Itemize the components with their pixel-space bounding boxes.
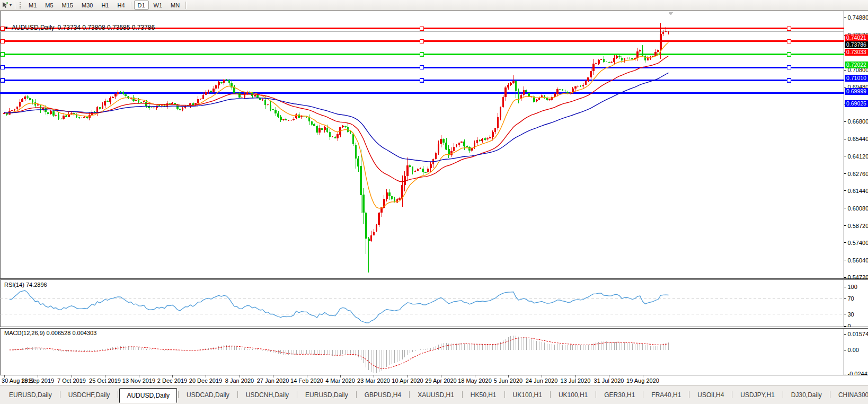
hline-drag-handle[interactable] <box>1 78 5 82</box>
svg-text:0.65440: 0.65440 <box>848 136 868 142</box>
hline-drag-handle[interactable] <box>1 66 5 69</box>
tab-separator <box>689 391 689 398</box>
timeframe-button-m1[interactable]: M1 <box>25 1 40 10</box>
time-axis-label: 20 Dec 2019 <box>189 377 222 384</box>
chart-tab-usdcnh-daily[interactable]: USDCNH,Daily <box>239 389 296 401</box>
mt4-terminal-window: ▾ M1M5M15M30H1H4D1W1MN ▼ AUDUSD,Daily 0.… <box>0 0 868 404</box>
hline-drag-handle[interactable] <box>420 27 424 30</box>
macd-axis[interactable]: 0.0157410.00-0.024412 <box>844 331 868 377</box>
chart-tab-usdcad-daily[interactable]: USDCAD,Daily <box>180 389 236 401</box>
tab-separator <box>356 391 357 398</box>
macd-panel-border <box>0 328 868 375</box>
timeframe-button-m5[interactable]: M5 <box>41 1 57 10</box>
chart-tab-ger30-h1[interactable]: GER30,H1 <box>597 389 642 401</box>
time-axis-label: 31 Jul 2020 <box>594 377 624 384</box>
rsi-panel-border <box>0 279 868 327</box>
hline-drag-handle[interactable] <box>787 78 791 82</box>
rsi-indicator-panel[interactable]: RSI(14) 74.2896 10070300 <box>0 279 868 327</box>
chart-tab-bar: EURUSD,DailyUSDCHF,DailyAUDUSD,DailyUSDC… <box>0 385 868 404</box>
timeframe-button-h1[interactable]: H1 <box>98 1 112 10</box>
toolbar-separator <box>131 2 132 9</box>
macd-label: MACD(12,26,9) 0.006528 0.004303 <box>4 330 96 336</box>
price-chart-panel[interactable]: ▼ AUDUSD,Daily 0.73734 0.73808 0.73585 0… <box>0 11 868 279</box>
time-axis-label: 10 Apr 2020 <box>392 377 423 384</box>
time-axis-label: 8 Jan 2020 <box>225 377 254 384</box>
tab-separator <box>596 391 596 398</box>
candlesticks <box>3 23 669 273</box>
svg-text:0.71010: 0.71010 <box>846 75 866 81</box>
hline-drag-handle[interactable] <box>787 66 791 69</box>
hline-drag-handle[interactable] <box>420 52 424 56</box>
hline-drag-handle[interactable] <box>420 66 424 69</box>
tab-separator <box>60 391 60 398</box>
svg-text:30: 30 <box>848 311 854 318</box>
rsi-axis[interactable]: 10070300 <box>844 284 857 327</box>
macd-indicator-panel[interactable]: MACD(12,26,9) 0.006528 0.004303 0.015741… <box>0 328 868 377</box>
tab-separator <box>297 391 297 398</box>
tab-separator <box>118 391 118 398</box>
svg-text:0: 0 <box>848 323 851 327</box>
chart-panel-border <box>0 11 868 279</box>
macd-signal-line <box>10 338 669 368</box>
chart-tab-uk100-h1[interactable]: UK100,H1 <box>506 389 549 401</box>
time-axis[interactable]: 30 Aug 201918 Sep 20197 Oct 201925 Oct 2… <box>0 375 868 385</box>
svg-text:0.74880: 0.74880 <box>848 14 868 21</box>
chart-menu-arrow-icon[interactable]: ▼ <box>4 25 8 30</box>
chart-tab-eurusd-daily[interactable]: EURUSD,Daily <box>2 389 59 401</box>
tab-separator <box>643 391 643 398</box>
horizontal-lines[interactable] <box>0 27 844 93</box>
chart-tab-fra40-h1[interactable]: FRA40,H1 <box>644 389 688 401</box>
timeframe-button-m15[interactable]: M15 <box>58 1 77 10</box>
ma-mid-line <box>4 56 668 182</box>
time-axis-label: 7 Oct 2019 <box>57 377 86 384</box>
chart-tab-usoil-h4[interactable]: USOil,H4 <box>690 389 731 401</box>
chart-tab-dj30-daily[interactable]: DJ30,Daily <box>784 389 829 401</box>
timeframe-button-h4[interactable]: H4 <box>113 1 128 10</box>
chart-shift-marker[interactable] <box>668 12 674 15</box>
tab-separator <box>783 391 783 398</box>
svg-text:0.69025: 0.69025 <box>846 100 866 107</box>
tab-separator <box>178 391 179 398</box>
chart-tab-audusd-daily[interactable]: AUDUSD,Daily <box>119 388 177 403</box>
hline-drag-handle[interactable] <box>787 39 791 43</box>
time-axis-label: 18 May 2020 <box>458 377 492 384</box>
timeframe-button-m30[interactable]: M30 <box>78 1 96 10</box>
ma-slow-line <box>4 73 668 162</box>
drawing-tool-button[interactable]: ▾ <box>0 1 13 10</box>
time-axis-label: 13 Nov 2019 <box>122 377 155 384</box>
hline-drag-handle[interactable] <box>787 27 791 30</box>
svg-text:0.58720: 0.58720 <box>848 223 868 229</box>
macd-histogram <box>4 336 668 373</box>
chart-tab-china300-h1[interactable]: CHINA300,H1 <box>831 389 868 401</box>
rsi-canvas[interactable]: 10070300 <box>0 279 868 327</box>
hline-drag-handle[interactable] <box>420 78 424 82</box>
chart-tab-usdchf-daily[interactable]: USDCHF,Daily <box>61 389 117 401</box>
rsi-line <box>10 291 669 323</box>
chart-tab-xauusd-h1[interactable]: XAUUSD,H1 <box>411 389 461 401</box>
svg-text:0.62760: 0.62760 <box>848 171 868 177</box>
chart-tab-eurusd-daily[interactable]: EURUSD,Daily <box>298 389 355 401</box>
tab-separator <box>462 391 463 398</box>
timeframe-button-w1[interactable]: W1 <box>150 1 166 10</box>
timeframe-button-d1[interactable]: D1 <box>134 1 149 10</box>
hline-drag-handle[interactable] <box>1 52 5 56</box>
time-axis-label: 13 Jul 2020 <box>561 377 591 384</box>
chevron-down-icon: ▾ <box>10 3 12 7</box>
chart-tab-uk100-h1[interactable]: UK100,H1 <box>552 389 595 401</box>
timeframe-button-mn[interactable]: MN <box>167 1 183 10</box>
chart-tab-usdjpy-h1[interactable]: USDJPY,H1 <box>733 389 781 401</box>
time-axis-label: 27 Jan 2020 <box>257 377 289 384</box>
chart-tab-gbpusd-h4[interactable]: GBPUSD,H4 <box>358 389 408 401</box>
hline-drag-handle[interactable] <box>1 39 5 43</box>
tab-separator <box>237 391 238 398</box>
chart-tab-hk50-h1[interactable]: HK50,H1 <box>464 389 503 401</box>
chart-symbol-period: AUDUSD,Daily <box>12 24 55 31</box>
toolbar-grip-handle[interactable] <box>20 2 22 8</box>
price-chart-canvas[interactable]: 0.748800.735200.721600.708000.694800.681… <box>0 11 868 279</box>
svg-text:0.72022: 0.72022 <box>846 62 866 68</box>
tab-separator <box>732 391 732 398</box>
macd-canvas[interactable]: 0.0157410.00-0.024412 <box>0 328 868 377</box>
hline-drag-handle[interactable] <box>420 39 424 43</box>
hline-drag-handle[interactable] <box>787 52 791 56</box>
chart-ohlc-values: 0.73734 0.73808 0.73585 0.73786 <box>58 24 155 31</box>
